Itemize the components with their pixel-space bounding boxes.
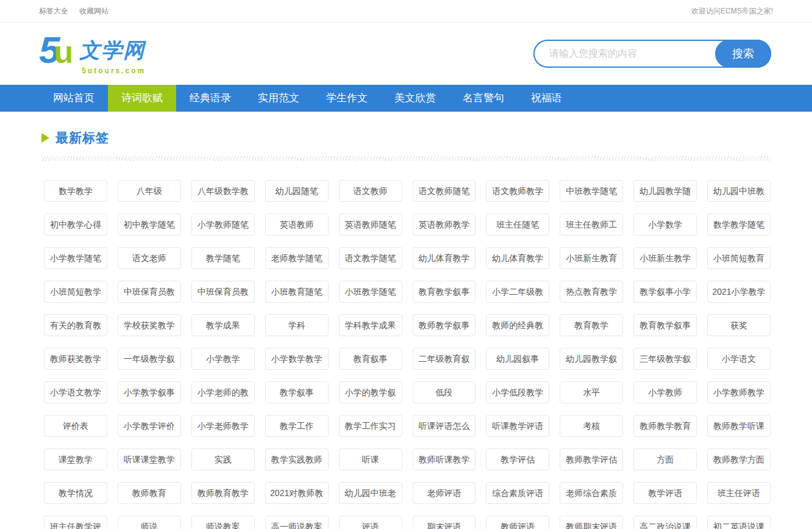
- tag-item[interactable]: 老师评语: [413, 482, 476, 504]
- tag-item[interactable]: 教育叙事: [339, 348, 402, 370]
- tag-item[interactable]: 小学教学评价: [118, 415, 181, 437]
- tag-item[interactable]: 教学成果: [191, 314, 255, 336]
- tag-item[interactable]: 教师教育: [118, 482, 181, 504]
- tag-item[interactable]: 教学情况: [44, 482, 107, 504]
- nav-item[interactable]: 学生作文: [313, 85, 381, 112]
- tag-item[interactable]: 班主任评语: [707, 482, 771, 504]
- search-input[interactable]: [535, 41, 712, 67]
- tag-item[interactable]: 方面: [633, 448, 697, 470]
- tag-item[interactable]: 学科: [265, 314, 329, 336]
- tag-item[interactable]: 小班简短教学: [44, 281, 107, 303]
- tag-item[interactable]: 中班保育员教: [118, 281, 181, 303]
- tag-item[interactable]: 师说: [118, 516, 181, 529]
- nav-item[interactable]: 名言警句: [449, 85, 518, 112]
- tag-item[interactable]: 幼儿体育教学: [486, 247, 549, 269]
- tag-item[interactable]: 小学教学: [191, 348, 255, 370]
- tag-item[interactable]: 小班新生教学: [633, 247, 697, 269]
- tag-item[interactable]: 2021小学教学: [707, 281, 771, 303]
- tag-item[interactable]: 教师教学叙事: [413, 314, 476, 336]
- tag-item[interactable]: 教学工作实习: [339, 415, 402, 437]
- tag-item[interactable]: 幼儿园中班老: [339, 482, 402, 504]
- tags-all-link[interactable]: 标签大全: [39, 6, 68, 16]
- tag-item[interactable]: 二年级教育叙: [413, 348, 476, 370]
- bookmark-site-link[interactable]: 收藏网站: [79, 6, 109, 16]
- tag-item[interactable]: 获奖: [707, 314, 771, 336]
- tag-item[interactable]: 幼儿园教学随: [633, 180, 697, 202]
- tag-item[interactable]: 初二英语说课: [707, 516, 771, 529]
- tag-item[interactable]: 小学教师教学: [707, 381, 771, 403]
- tag-item[interactable]: 教育教学叙事: [633, 314, 697, 336]
- tag-item[interactable]: 高一师说教案: [265, 516, 329, 529]
- tag-item[interactable]: 小学语文: [707, 348, 771, 370]
- tag-item[interactable]: 水平: [560, 381, 623, 403]
- tag-item[interactable]: 听课评语怎么: [413, 415, 476, 437]
- tag-item[interactable]: 期末评语: [413, 516, 476, 529]
- tag-item[interactable]: 幼儿园中班教: [707, 180, 771, 202]
- tag-item[interactable]: 教学叙事: [265, 381, 329, 403]
- tag-item[interactable]: 教师听课教学: [413, 448, 476, 470]
- tag-item[interactable]: 数学教学: [44, 180, 107, 202]
- tag-item[interactable]: 小学教师: [633, 381, 697, 403]
- tag-item[interactable]: 小班教育随笔: [265, 281, 329, 303]
- tag-item[interactable]: 八年级数学教: [191, 180, 255, 202]
- tag-item[interactable]: 小学教学叙事: [118, 381, 181, 403]
- tag-item[interactable]: 课堂教学: [44, 448, 107, 470]
- tag-item[interactable]: 语文教学随笔: [339, 247, 402, 269]
- tag-item[interactable]: 师说教案: [191, 516, 255, 529]
- tag-item[interactable]: 小学数学: [633, 214, 697, 236]
- tag-item[interactable]: 教学叙事小学: [633, 281, 697, 303]
- tag-item[interactable]: 中班教学随笔: [560, 180, 623, 202]
- tag-item[interactable]: 高二政治说课: [633, 516, 697, 529]
- tag-item[interactable]: 评价表: [44, 415, 107, 437]
- tag-item[interactable]: 教师教学评估: [560, 448, 623, 470]
- tag-item[interactable]: 英语教师: [265, 214, 329, 236]
- tag-item[interactable]: 幼儿园随笔: [265, 180, 329, 202]
- tag-item[interactable]: 学科教学成果: [339, 314, 402, 336]
- tag-item[interactable]: 教学随笔: [191, 247, 255, 269]
- tag-item[interactable]: 热点教育教学: [560, 281, 623, 303]
- tag-item[interactable]: 教育教学叙事: [413, 281, 476, 303]
- tag-item[interactable]: 教师评语: [486, 516, 549, 529]
- tag-item[interactable]: 幼儿体育教学: [413, 247, 476, 269]
- tag-item[interactable]: 幼儿园教学叙: [560, 348, 623, 370]
- tag-item[interactable]: 班主任随笔: [486, 214, 549, 236]
- tag-item[interactable]: 初中教学随笔: [118, 214, 181, 236]
- tag-item[interactable]: 小学的教学叙: [339, 381, 402, 403]
- tag-item[interactable]: 有关的教育教: [44, 314, 107, 336]
- nav-item[interactable]: 祝福语: [518, 85, 575, 112]
- nav-item[interactable]: 实用范文: [244, 85, 313, 112]
- tag-item[interactable]: 听课课堂教学: [118, 448, 181, 470]
- tag-item[interactable]: 教学实践教师: [265, 448, 329, 470]
- tag-item[interactable]: 教师期末评语: [560, 516, 623, 529]
- tag-item[interactable]: 小学二年级教: [486, 281, 549, 303]
- tag-item[interactable]: 低段: [413, 381, 476, 403]
- nav-item[interactable]: 诗词歌赋: [108, 85, 176, 112]
- tag-item[interactable]: 中班保育员教: [191, 281, 255, 303]
- tag-item[interactable]: 小学低段教学: [486, 381, 549, 403]
- tag-item[interactable]: 小班新生教育: [560, 247, 623, 269]
- tag-item[interactable]: 老师综合素质: [560, 482, 623, 504]
- tag-item[interactable]: 英语教师随笔: [339, 214, 402, 236]
- nav-item[interactable]: 经典语录: [176, 85, 244, 112]
- tag-item[interactable]: 小班教学随笔: [339, 281, 402, 303]
- tag-item[interactable]: 教师获奖教学: [44, 348, 107, 370]
- tag-item[interactable]: 语文教师教学: [486, 180, 549, 202]
- tag-item[interactable]: 考核: [560, 415, 623, 437]
- site-logo[interactable]: 5 u 文学网 5utours.com: [39, 33, 146, 75]
- tag-item[interactable]: 语文教师随笔: [413, 180, 476, 202]
- tag-item[interactable]: 小学数学教学: [265, 348, 329, 370]
- tag-item[interactable]: 小学教师随笔: [191, 214, 255, 236]
- tag-item[interactable]: 班主任教学评: [44, 516, 107, 529]
- tag-item[interactable]: 2021对教师教: [265, 482, 329, 504]
- tag-item[interactable]: 教学工作: [265, 415, 329, 437]
- tag-item[interactable]: 小学教学随笔: [44, 247, 107, 269]
- tag-item[interactable]: 初中教学心得: [44, 214, 107, 236]
- tag-item[interactable]: 教师的经典教: [486, 314, 549, 336]
- tag-item[interactable]: 语文老师: [118, 247, 181, 269]
- tag-item[interactable]: 听课教学评语: [486, 415, 549, 437]
- tag-item[interactable]: 小学老师教学: [191, 415, 255, 437]
- tag-item[interactable]: 小学老师的教: [191, 381, 255, 403]
- tag-item[interactable]: 一年级教学叙: [118, 348, 181, 370]
- tag-item[interactable]: 老师教学随笔: [265, 247, 329, 269]
- tag-item[interactable]: 八年级: [118, 180, 181, 202]
